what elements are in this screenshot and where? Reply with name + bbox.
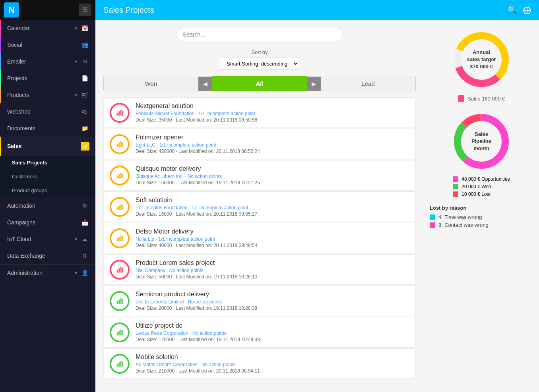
sort-row: Sort by Smart Sorting, descending Name a… — [103, 49, 416, 70]
lost-time-dot — [430, 214, 435, 220]
pipeline-label: Sales Pipeline month — [465, 131, 497, 153]
svg-rect-9 — [118, 174, 120, 178]
svg-rect-0 — [117, 113, 118, 116]
project-info: Quisque motor delivery Quisque Ac Libero… — [136, 165, 409, 185]
annual-sales-chart: Annual sales target 370 000 € Sales 160 … — [430, 28, 533, 102]
sidebar-item-sales[interactable]: Sales — [0, 137, 95, 156]
project-card[interactable]: Product Lorem sales project Nisi Company… — [103, 254, 416, 285]
won-dot — [453, 184, 458, 189]
hamburger-button[interactable]: ☰ — [79, 4, 91, 16]
annual-sales-label: Annual sales target 370 000 € — [465, 49, 497, 71]
sidebar-item-automation[interactable]: Automation ⚙ — [0, 197, 95, 214]
svg-rect-17 — [118, 237, 120, 241]
project-title: Quisque motor delivery — [136, 165, 409, 172]
project-card[interactable]: Polimizer opener Eget LLC · 1/1 incomple… — [103, 129, 416, 159]
prev-arrow-icon[interactable]: ◀ — [198, 77, 212, 91]
project-meta: Deal Size: 420000 · Last Modified on: 20… — [136, 149, 409, 154]
annual-sales-legend: Sales 160 000 € — [458, 95, 505, 102]
add-button[interactable]: ⨁ — [523, 5, 531, 15]
sidebar-header: N ☰ — [0, 0, 95, 20]
lost-dot — [453, 191, 458, 197]
svg-rect-24 — [117, 301, 118, 304]
sidebar-item-emailer[interactable]: Emailer ▼ ✉ — [0, 53, 95, 70]
sales-subnav: Sales Projects Customers Product groups — [0, 156, 95, 197]
app-logo: N — [4, 2, 19, 17]
tab-won[interactable]: Won — [104, 76, 198, 91]
project-title: Polimizer opener — [136, 134, 409, 141]
sidebar-item-administration[interactable]: Administration ▼ 👤 — [0, 264, 95, 281]
project-info: Product Lorem sales project Nisi Company… — [136, 259, 409, 280]
right-panel: Annual sales target 370 000 € Sales 160 … — [424, 20, 539, 392]
svg-rect-6 — [120, 141, 122, 147]
project-status-ring — [110, 228, 130, 248]
project-info: Delso Motor delivery Nulla Ltd · 1/1 inc… — [136, 228, 409, 248]
next-arrow-icon[interactable]: ▶ — [307, 77, 321, 91]
svg-rect-2 — [120, 110, 122, 116]
project-card[interactable]: Soft solutioin Per Inceptos Foundation ·… — [103, 191, 416, 222]
sidebar-item-projects[interactable]: Projects 📄 — [0, 70, 95, 87]
svg-rect-20 — [117, 270, 118, 272]
svg-rect-15 — [122, 205, 123, 210]
project-info: Nextgeneral solution Vehicula Aliquet Fo… — [136, 102, 409, 123]
svg-rect-26 — [120, 298, 122, 304]
subnav-sales-projects[interactable]: Sales Projects — [0, 156, 95, 170]
document-icon: 📁 — [80, 125, 89, 131]
sidebar-item-campaigns[interactable]: Campaigns 📩 — [0, 214, 95, 231]
sidebar-item-data-exchange[interactable]: Data Exchange ⇅ — [0, 247, 95, 264]
project-company: Ac Mattis Ornare Corporation · No action… — [136, 362, 409, 367]
exchange-icon: ⇅ — [80, 253, 89, 259]
project-title: Product Lorem sales project — [136, 259, 409, 266]
svg-rect-35 — [122, 361, 123, 367]
lost-item-0: 4 Time was wrong — [430, 214, 533, 220]
subnav-customers[interactable]: Customers — [0, 170, 95, 183]
project-meta: Deal Size: 15000 · Last Modified on: 20.… — [136, 211, 409, 217]
svg-rect-32 — [117, 364, 118, 367]
sort-select[interactable]: Smart Sorting, descending Name ascending… — [220, 58, 299, 70]
subnav-product-groups[interactable]: Product groups — [0, 183, 95, 197]
svg-rect-8 — [117, 176, 118, 178]
lost-time-label: Time was wrong — [444, 214, 482, 220]
project-card[interactable]: Semicron product delivery Leo In Loborti… — [103, 286, 416, 316]
sidebar-item-webshop[interactable]: Webshop 🛍 — [0, 103, 95, 120]
filter-tabs: Won ◀ All ▶ Lead — [103, 76, 416, 91]
svg-rect-29 — [118, 331, 120, 335]
svg-rect-1 — [118, 111, 120, 116]
sidebar-item-calendar[interactable]: Calendar ▼ 📅 — [0, 20, 95, 37]
project-card[interactable]: Quisque motor delivery Quisque Ac Libero… — [103, 160, 416, 191]
tab-lead[interactable]: Lead — [321, 76, 415, 91]
sidebar-item-documents[interactable]: Documents 📁 — [0, 120, 95, 137]
project-title: Soft solutioin — [136, 197, 409, 204]
sidebar-item-products[interactable]: Products ▼ 🛒 — [0, 87, 95, 103]
project-meta: Deal Size: 50000 · Last Modified on: 19.… — [136, 274, 409, 280]
project-status-ring — [110, 260, 130, 280]
sidebar-item-social[interactable]: Social 👥 — [0, 37, 95, 53]
project-company: Vehicula Aliquet Foundation · 1/1 incomp… — [136, 111, 409, 116]
svg-rect-18 — [120, 235, 122, 241]
tab-all[interactable]: All — [212, 76, 307, 91]
project-title: Nextgeneral solution — [136, 102, 409, 110]
svg-rect-14 — [120, 204, 122, 210]
chevron-down-icon: ▼ — [74, 26, 78, 31]
calendar-icon: 📅 — [80, 25, 89, 31]
project-card[interactable]: Mobile solution Ac Mattis Ornare Corpora… — [103, 348, 416, 379]
project-card[interactable]: Delso Motor delivery Nulla Ltd · 1/1 inc… — [103, 223, 416, 253]
sales-legend-dot — [458, 95, 464, 102]
project-company: Quisque Ac Libero Inc. · No action point… — [136, 174, 409, 179]
project-title: Utilize project dc — [136, 322, 409, 329]
search-input[interactable] — [176, 28, 343, 41]
sales-active-badge — [81, 142, 89, 151]
search-button[interactable]: 🔍 — [507, 5, 517, 15]
svg-rect-4 — [117, 144, 118, 147]
svg-rect-25 — [118, 299, 120, 304]
topbar-actions: 🔍 ⨁ — [507, 5, 531, 15]
pipeline-legend-lost: 10 000 € Lost — [453, 191, 510, 197]
project-card[interactable]: Nextgeneral solution Vehicula Aliquet Fo… — [103, 97, 416, 128]
sidebar-item-iot-cloud[interactable]: IoT Cloud ▼ ☁ — [0, 231, 95, 247]
pipeline-legend-won: 20 000 € Won — [453, 184, 510, 189]
sales-legend-label: Sales 160 000 € — [467, 96, 505, 102]
project-meta: Deal Size: 150000 · Last Modified on: 19… — [136, 180, 409, 185]
svg-rect-16 — [117, 238, 118, 241]
project-company: Nisi Company · No action points — [136, 268, 409, 273]
project-card[interactable]: Utilize project dc Lectus Pede Corporati… — [103, 317, 416, 348]
project-title: Mobile solution — [136, 353, 409, 361]
